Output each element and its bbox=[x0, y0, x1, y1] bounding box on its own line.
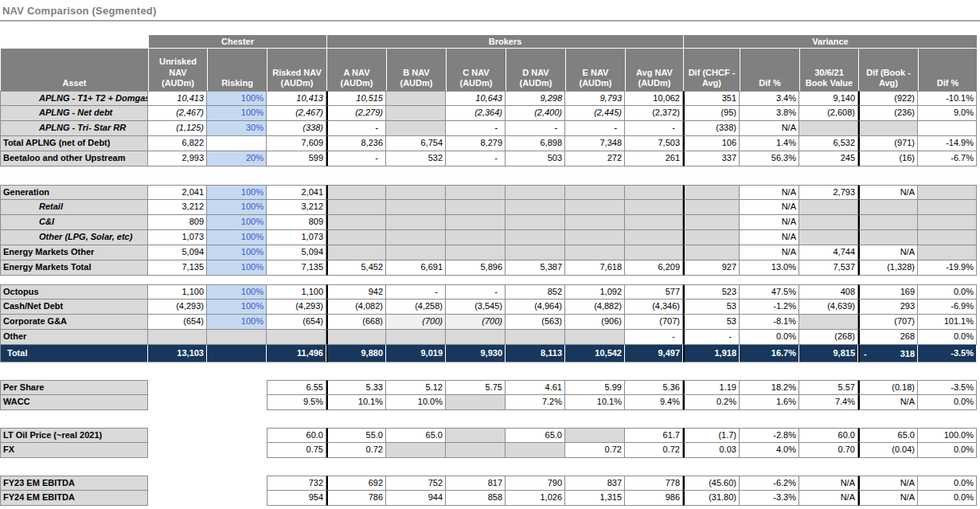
column-header-unrisked_nav[interactable]: Unrisked NAV (AUDm) bbox=[148, 48, 207, 91]
cell-avg_nav[interactable]: - bbox=[625, 121, 683, 136]
cell-risked_nav[interactable]: 11,496 bbox=[267, 345, 326, 362]
cell-d_nav[interactable]: 6,898 bbox=[506, 136, 565, 151]
cell-e_nav[interactable]: 837 bbox=[565, 476, 625, 491]
cell-dif_chcf_avg[interactable]: 337 bbox=[683, 151, 740, 166]
cell-d_nav[interactable]: (2,400) bbox=[506, 106, 565, 121]
cell-a_nav[interactable]: 9,880 bbox=[326, 345, 386, 362]
cell-dif_pct_book[interactable]: 0.0% bbox=[918, 443, 977, 458]
cell-dif_book_avg[interactable]: -318 bbox=[858, 345, 918, 362]
cell-a_nav[interactable]: 55.0 bbox=[326, 428, 386, 443]
cell-avg_nav[interactable]: 778 bbox=[625, 476, 683, 491]
cell-dif_chcf_avg[interactable] bbox=[683, 200, 740, 215]
row-label[interactable]: Other (LPG, Solar, etc) bbox=[0, 230, 148, 245]
cell-b_nav[interactable]: 9,019 bbox=[386, 345, 446, 362]
cell-dif_pct[interactable]: -2.8% bbox=[740, 428, 799, 443]
cell-avg_nav[interactable]: 6,209 bbox=[625, 260, 683, 276]
cell-d_nav[interactable]: 4.61 bbox=[506, 380, 565, 395]
row-label[interactable]: Retail bbox=[0, 200, 148, 215]
cell-e_nav[interactable]: (2,445) bbox=[565, 106, 625, 121]
cell-e_nav[interactable]: 10,542 bbox=[565, 345, 625, 362]
cell-b_nav[interactable] bbox=[386, 330, 446, 345]
cell-d_nav[interactable] bbox=[506, 185, 565, 200]
cell-dif_chcf_avg[interactable]: (31.80) bbox=[683, 491, 740, 506]
cell-dif_chcf_avg[interactable]: 53 bbox=[683, 315, 740, 330]
cell-d_nav[interactable] bbox=[506, 330, 565, 345]
cell-risking[interactable] bbox=[207, 443, 267, 458]
column-header-risking[interactable]: Risking bbox=[207, 48, 267, 91]
column-header-book_value[interactable]: 30/6/21 Book Value bbox=[799, 48, 858, 91]
column-header-a_nav[interactable]: A NAV (AUDm) bbox=[326, 48, 386, 91]
cell-e_nav[interactable]: 0.72 bbox=[565, 443, 625, 458]
cell-risked_nav[interactable]: 60.0 bbox=[267, 428, 326, 443]
cell-avg_nav[interactable]: 61.7 bbox=[625, 428, 683, 443]
cell-dif_pct_book[interactable] bbox=[918, 185, 977, 200]
cell-dif_pct[interactable]: 13.0% bbox=[740, 260, 799, 276]
cell-risking[interactable]: 100% bbox=[207, 300, 267, 315]
cell-c_nav[interactable]: 858 bbox=[446, 491, 506, 506]
cell-risked_nav[interactable]: 954 bbox=[267, 491, 326, 506]
cell-risking[interactable]: 100% bbox=[207, 315, 267, 330]
cell-a_nav[interactable]: 8,236 bbox=[326, 136, 386, 151]
cell-risked_nav[interactable]: 599 bbox=[267, 151, 326, 166]
cell-dif_pct[interactable]: N/A bbox=[740, 200, 799, 215]
cell-unrisked_nav[interactable]: 3,212 bbox=[148, 200, 207, 215]
cell-b_nav[interactable]: (700) bbox=[386, 315, 446, 330]
cell-book_value[interactable]: 60.0 bbox=[799, 428, 858, 443]
cell-dif_pct_book[interactable]: 100.0% bbox=[918, 428, 977, 443]
cell-avg_nav[interactable]: 986 bbox=[625, 491, 683, 506]
cell-book_value[interactable]: (268) bbox=[799, 330, 858, 345]
cell-unrisked_nav[interactable] bbox=[148, 395, 207, 410]
column-header-avg_nav[interactable]: Avg NAV (AUDm) bbox=[625, 48, 683, 91]
cell-unrisked_nav[interactable] bbox=[148, 443, 207, 458]
cell-unrisked_nav[interactable] bbox=[148, 476, 207, 491]
cell-d_nav[interactable]: 7.2% bbox=[506, 395, 565, 410]
cell-dif_pct_book[interactable] bbox=[918, 121, 977, 136]
cell-e_nav[interactable]: 7,348 bbox=[565, 136, 625, 151]
cell-c_nav[interactable]: - bbox=[446, 284, 506, 300]
cell-risking[interactable] bbox=[207, 476, 267, 491]
row-label[interactable]: APLNG - T1+ T2 + Domgas bbox=[0, 91, 148, 106]
cell-dif_pct_book[interactable]: 101.1% bbox=[918, 315, 977, 330]
cell-book_value[interactable] bbox=[799, 121, 858, 136]
cell-risking[interactable] bbox=[207, 491, 267, 506]
cell-risking[interactable]: 100% bbox=[207, 185, 267, 200]
cell-e_nav[interactable]: 10.1% bbox=[565, 395, 625, 410]
cell-c_nav[interactable]: 817 bbox=[446, 476, 506, 491]
cell-e_nav[interactable] bbox=[565, 215, 625, 230]
cell-unrisked_nav[interactable]: 6,822 bbox=[148, 136, 207, 151]
cell-dif_book_avg[interactable]: (16) bbox=[858, 151, 918, 166]
cell-b_nav[interactable]: 752 bbox=[386, 476, 446, 491]
cell-d_nav[interactable] bbox=[506, 230, 565, 245]
column-header-c_nav[interactable]: C NAV (AUDm) bbox=[446, 48, 506, 91]
cell-b_nav[interactable]: (4,258) bbox=[386, 300, 446, 315]
column-header-dif_pct[interactable]: Dif % bbox=[740, 48, 799, 91]
cell-a_nav[interactable]: - bbox=[326, 151, 386, 166]
cell-c_nav[interactable] bbox=[446, 395, 506, 410]
cell-avg_nav[interactable]: (2,372) bbox=[625, 106, 683, 121]
cell-b_nav[interactable]: 65.0 bbox=[386, 428, 446, 443]
cell-c_nav[interactable] bbox=[446, 185, 506, 200]
cell-unrisked_nav[interactable]: 7,135 bbox=[148, 260, 207, 276]
cell-dif_book_avg[interactable]: (1,328) bbox=[858, 260, 918, 276]
column-header-dif_book_avg[interactable]: Dif (Book - Avg) bbox=[858, 48, 918, 91]
cell-dif_chcf_avg[interactable]: (95) bbox=[683, 106, 740, 121]
cell-d_nav[interactable] bbox=[506, 215, 565, 230]
cell-book_value[interactable] bbox=[799, 230, 858, 245]
cell-book_value[interactable] bbox=[799, 200, 858, 215]
cell-risked_nav[interactable]: 3,212 bbox=[267, 200, 326, 215]
cell-b_nav[interactable] bbox=[386, 443, 446, 458]
cell-e_nav[interactable]: 7,618 bbox=[565, 260, 625, 276]
cell-avg_nav[interactable]: 0.72 bbox=[625, 443, 683, 458]
cell-dif_book_avg[interactable]: 65.0 bbox=[858, 428, 918, 443]
cell-dif_book_avg[interactable] bbox=[858, 230, 918, 245]
cell-b_nav[interactable] bbox=[386, 91, 446, 106]
cell-a_nav[interactable]: (668) bbox=[326, 315, 386, 330]
cell-d_nav[interactable]: 9,298 bbox=[506, 91, 565, 106]
cell-dif_pct[interactable]: 16.7% bbox=[740, 345, 799, 362]
cell-c_nav[interactable]: 5.75 bbox=[446, 380, 506, 395]
cell-dif_pct[interactable]: 18.2% bbox=[740, 380, 799, 395]
cell-dif_book_avg[interactable]: N/A bbox=[858, 395, 918, 410]
cell-b_nav[interactable]: 6,754 bbox=[386, 136, 446, 151]
row-label[interactable]: FX bbox=[0, 443, 148, 458]
cell-d_nav[interactable]: 1,026 bbox=[506, 491, 565, 506]
